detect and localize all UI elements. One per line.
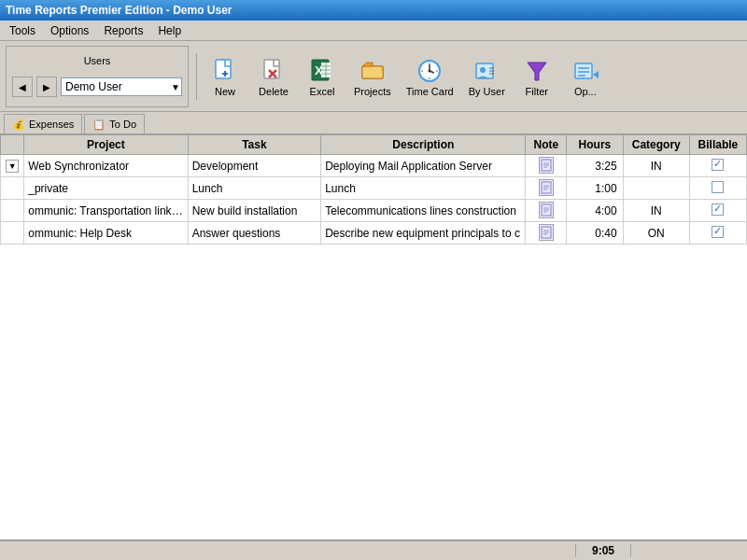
- new-button[interactable]: New: [204, 54, 246, 99]
- col-hours: Hours: [567, 135, 623, 155]
- user-dropdown[interactable]: Demo User: [61, 77, 182, 96]
- table-row[interactable]: ▼Web SynchronizatorDevelopmentDeploying …: [1, 155, 747, 177]
- byuser-label: By User: [469, 86, 505, 97]
- timecard-label: Time Card: [406, 86, 454, 97]
- billable-checkbox[interactable]: [712, 181, 724, 193]
- category-cell: IN: [623, 200, 689, 222]
- expenses-label: Expenses: [29, 119, 74, 130]
- expand-cell[interactable]: ▼: [1, 155, 24, 177]
- todo-label: To Do: [109, 119, 136, 130]
- col-expand: [1, 135, 24, 155]
- note-cell[interactable]: [526, 200, 567, 222]
- excel-button[interactable]: X Excel: [302, 54, 343, 99]
- excel-icon: X: [307, 56, 337, 86]
- table-row[interactable]: ommunic: Transportation links supportNew…: [1, 200, 747, 222]
- new-label: New: [215, 86, 235, 97]
- byuser-icon: [472, 56, 501, 86]
- total-hours: 9:05: [575, 544, 631, 557]
- expand-cell[interactable]: [1, 222, 24, 245]
- projects-label: Projects: [354, 86, 391, 97]
- svg-point-23: [480, 67, 486, 73]
- task-cell: Development: [188, 155, 321, 177]
- billable-checkbox[interactable]: [712, 203, 724, 216]
- tab-todo[interactable]: 📋 To Do: [84, 114, 145, 133]
- menu-bar: Tools Options Reports Help: [0, 21, 747, 41]
- project-cell: ommunic: Transportation links support: [24, 200, 188, 222]
- delete-icon: [259, 56, 289, 86]
- billable-cell[interactable]: [689, 177, 746, 200]
- hours-cell: 3:25: [567, 155, 623, 177]
- project-cell: Web Synchronizator: [24, 155, 188, 177]
- table-header-row: Project Task Description Note Hours Cate…: [1, 135, 747, 155]
- title-text: Time Reports Premier Edition - Demo User: [6, 4, 233, 17]
- menu-help[interactable]: Help: [152, 22, 187, 39]
- table-row[interactable]: _privateLunchLunch1:00: [1, 177, 747, 200]
- category-cell: ON: [623, 222, 689, 245]
- billable-checkbox[interactable]: [712, 159, 724, 171]
- users-controls: ◀ ▶ Demo User ▼: [12, 77, 182, 97]
- options-button[interactable]: Op...: [565, 54, 606, 99]
- col-note: Note: [526, 135, 567, 155]
- prev-user-button[interactable]: ◀: [12, 77, 33, 97]
- options-label: Op...: [574, 86, 597, 97]
- task-cell: New build installation: [188, 200, 321, 222]
- description-cell: Lunch: [321, 177, 526, 200]
- options-icon: [571, 56, 600, 86]
- table-body: ▼Web SynchronizatorDevelopmentDeploying …: [1, 155, 747, 245]
- menu-options[interactable]: Options: [45, 22, 94, 39]
- svg-marker-27: [528, 63, 546, 80]
- expand-cell[interactable]: [1, 177, 24, 200]
- task-cell: Answer questions: [188, 222, 321, 245]
- byuser-button[interactable]: By User: [465, 54, 509, 99]
- toolbar-separator-1: [196, 53, 197, 100]
- category-cell: [623, 177, 689, 200]
- col-project: Project: [24, 135, 188, 155]
- todo-icon: 📋: [92, 119, 106, 131]
- note-icon[interactable]: [539, 179, 554, 196]
- col-description: Description: [321, 135, 526, 155]
- projects-icon: [358, 56, 388, 86]
- filter-icon: [522, 56, 552, 86]
- table-wrapper: Project Task Description Note Hours Cate…: [0, 134, 747, 539]
- main-content: Project Task Description Note Hours Cate…: [0, 134, 747, 560]
- note-icon[interactable]: [539, 202, 554, 218]
- toolbar: Users ◀ ▶ Demo User ▼ New: [0, 41, 747, 112]
- projects-button[interactable]: Projects: [350, 54, 395, 99]
- note-cell[interactable]: [526, 222, 567, 245]
- menu-tools[interactable]: Tools: [4, 22, 41, 39]
- expand-button[interactable]: ▼: [6, 160, 19, 173]
- data-table: Project Task Description Note Hours Cate…: [0, 134, 747, 245]
- hours-cell: 0:40: [567, 222, 623, 245]
- title-bar: Time Reports Premier Edition - Demo User: [0, 0, 747, 21]
- svg-rect-0: [216, 60, 231, 78]
- delete-button[interactable]: Delete: [253, 54, 294, 99]
- note-icon[interactable]: [539, 224, 554, 241]
- tab-expenses[interactable]: 💰 Expenses: [4, 114, 82, 133]
- billable-checkbox[interactable]: [712, 226, 724, 238]
- task-cell: Lunch: [188, 177, 321, 200]
- description-cell: Telecommunications lines construction: [321, 200, 526, 222]
- note-cell[interactable]: [526, 155, 567, 177]
- hours-cell: 4:00: [567, 200, 623, 222]
- new-icon: [210, 56, 240, 86]
- timecard-icon: [415, 56, 444, 86]
- note-cell[interactable]: [526, 177, 567, 200]
- description-cell: Describe new equipment principals to c: [321, 222, 526, 245]
- hours-cell: 1:00: [567, 177, 623, 200]
- total-area: 9:05: [0, 539, 747, 560]
- expenses-icon: 💰: [12, 119, 25, 131]
- col-category: Category: [623, 135, 689, 155]
- filter-button[interactable]: Filter: [516, 54, 557, 99]
- menu-reports[interactable]: Reports: [98, 22, 148, 39]
- table-row[interactable]: ommunic: Help DeskAnswer questionsDescri…: [1, 222, 747, 245]
- expand-cell[interactable]: [1, 200, 24, 222]
- col-task: Task: [188, 135, 321, 155]
- timecard-button[interactable]: Time Card: [402, 54, 458, 99]
- note-icon[interactable]: [539, 157, 554, 174]
- user-dropdown-wrapper: Demo User ▼: [61, 77, 182, 96]
- tabs-bar: 💰 Expenses 📋 To Do: [0, 112, 747, 134]
- billable-cell[interactable]: [689, 200, 746, 222]
- billable-cell[interactable]: [689, 155, 746, 177]
- next-user-button[interactable]: ▶: [36, 77, 57, 97]
- billable-cell[interactable]: [689, 222, 746, 245]
